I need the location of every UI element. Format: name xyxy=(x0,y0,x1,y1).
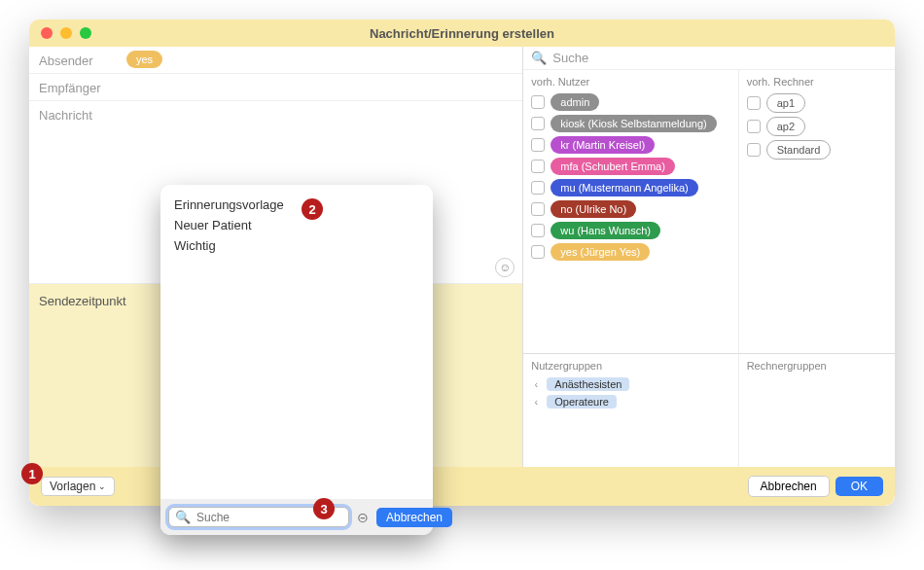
ok-button[interactable]: OK xyxy=(835,477,883,496)
users-column: vorh. Nutzer adminkiosk (Kiosk Selbstanm… xyxy=(523,70,738,353)
nutzergruppen-column: Nutzergruppen ‹Anästhesisten‹Operateure xyxy=(523,354,738,480)
rechner-pill: ap2 xyxy=(766,117,805,136)
vorh-nutzer-header: vorh. Nutzer xyxy=(527,76,733,91)
user-pill: wu (Hans Wunsch) xyxy=(551,222,660,239)
main-window: Nachricht/Erinnerung erstellen Absender … xyxy=(29,19,895,506)
user-pill: mfa (Schubert Emma) xyxy=(551,158,675,175)
rechner-pill: Standard xyxy=(766,140,832,160)
right-pane: 🔍 Suche vorh. Nutzer adminkiosk (Kiosk S… xyxy=(522,47,895,506)
user-row[interactable]: kr (Martin Kreisel) xyxy=(527,134,733,156)
chevron-left-icon: ‹ xyxy=(531,396,541,408)
rechner-row[interactable]: ap2 xyxy=(743,115,891,138)
group-pill: Operateure xyxy=(547,395,617,409)
nachricht-label: Nachricht xyxy=(39,105,126,123)
vorlagen-label: Vorlagen xyxy=(50,480,95,493)
empfaenger-row[interactable]: Empfänger xyxy=(29,74,522,101)
checkbox-icon[interactable] xyxy=(531,138,545,152)
vorh-rechner-header: vorh. Rechner xyxy=(743,76,891,91)
search-placeholder: Suche xyxy=(552,51,588,65)
titlebar: Nachricht/Erinnerung erstellen xyxy=(29,19,895,47)
search-bar[interactable]: 🔍 Suche xyxy=(523,47,895,70)
user-pill: kiosk (Kiosk Selbstanmeldung) xyxy=(551,115,716,132)
window-title: Nachricht/Erinnerung erstellen xyxy=(29,26,895,41)
footer: Vorlagen ⌄ Abbrechen OK xyxy=(29,467,895,506)
badge-2: 2 xyxy=(302,198,323,220)
user-row[interactable]: mu (Mustermann Angelika) xyxy=(527,177,733,198)
checkbox-icon[interactable] xyxy=(531,160,545,173)
empfaenger-label: Empfänger xyxy=(39,78,126,95)
user-row[interactable]: no (Ulrike No) xyxy=(527,198,733,220)
rechnergruppen-header: Rechnergruppen xyxy=(743,360,891,375)
checkbox-icon[interactable] xyxy=(531,117,545,130)
search-icon: 🔍 xyxy=(175,510,191,524)
rechner-column: vorh. Rechner ap1ap2Standard xyxy=(739,70,895,353)
popover-list: ErinnerungsvorlageNeuer PatientWichtig xyxy=(160,185,433,499)
abbrechen-button[interactable]: Abbrechen xyxy=(748,476,830,497)
popover-item[interactable]: Wichtig xyxy=(174,235,419,256)
badge-1: 1 xyxy=(21,463,43,484)
group-pill: Anästhesisten xyxy=(547,377,629,391)
vorlagen-button[interactable]: Vorlagen ⌄ xyxy=(41,477,115,496)
user-row[interactable]: mfa (Schubert Emma) xyxy=(527,156,733,177)
vorlagen-popover: ErinnerungsvorlageNeuer PatientWichtig 🔍… xyxy=(160,185,433,535)
rechner-pill: ap1 xyxy=(766,93,805,113)
checkbox-icon[interactable] xyxy=(531,181,545,195)
user-pill: mu (Mustermann Angelika) xyxy=(551,179,697,196)
popover-item[interactable]: Erinnerungsvorlage xyxy=(174,195,419,215)
rechnergruppen-column: Rechnergruppen xyxy=(739,354,895,480)
user-row[interactable]: admin xyxy=(527,91,733,113)
checkbox-icon[interactable] xyxy=(531,202,545,216)
rechner-row[interactable]: ap1 xyxy=(743,91,891,115)
checkbox-icon[interactable] xyxy=(531,245,545,259)
user-row[interactable]: yes (Jürgen Yes) xyxy=(527,241,733,263)
user-pill: admin xyxy=(551,93,599,111)
absender-pill[interactable]: yes xyxy=(126,51,162,68)
checkbox-icon[interactable] xyxy=(747,143,761,157)
group-row[interactable]: ‹Anästhesisten xyxy=(527,375,733,393)
chevron-down-icon: ⌄ xyxy=(98,481,106,491)
group-row[interactable]: ‹Operateure xyxy=(527,393,733,410)
checkbox-icon[interactable] xyxy=(747,96,761,110)
checkbox-icon[interactable] xyxy=(747,120,761,133)
popover-cancel-button[interactable]: Abbrechen xyxy=(376,508,452,527)
gear-icon[interactable]: ⊝ xyxy=(357,510,369,525)
nachricht-row: Nachricht xyxy=(29,101,522,128)
user-pill: no (Ulrike No) xyxy=(551,200,636,218)
user-row[interactable]: wu (Hans Wunsch) xyxy=(527,220,733,241)
checkbox-icon[interactable] xyxy=(531,224,545,237)
user-pill: yes (Jürgen Yes) xyxy=(551,243,650,261)
search-icon: 🔍 xyxy=(531,51,547,65)
user-pill: kr (Martin Kreisel) xyxy=(551,136,655,154)
absender-row: Absender yes xyxy=(29,47,522,74)
popover-item[interactable]: Neuer Patient xyxy=(174,215,419,235)
user-row[interactable]: kiosk (Kiosk Selbstanmeldung) xyxy=(527,113,733,134)
nutzergruppen-header: Nutzergruppen xyxy=(527,360,733,375)
popover-footer: 🔍 ⊝ Abbrechen xyxy=(160,499,433,535)
badge-3: 3 xyxy=(313,498,335,519)
rechner-row[interactable]: Standard xyxy=(743,138,891,161)
absender-label: Absender xyxy=(39,51,126,68)
emoji-icon[interactable]: ☺ xyxy=(495,258,515,277)
chevron-left-icon: ‹ xyxy=(531,378,541,390)
checkbox-icon[interactable] xyxy=(531,95,545,109)
